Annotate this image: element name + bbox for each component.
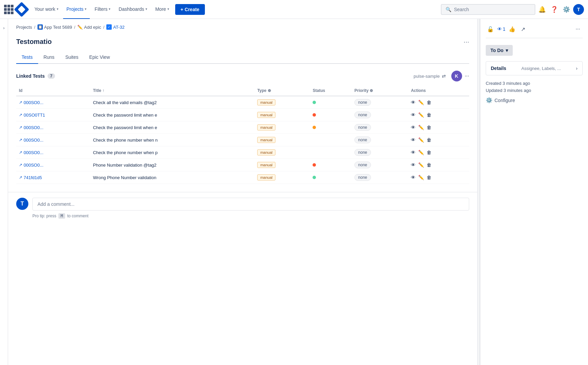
lock-icon-button[interactable]: 🔓 — [486, 24, 495, 34]
linked-tests-title: Linked Tests — [16, 73, 45, 79]
section-more-button[interactable]: ··· — [463, 38, 469, 46]
cell-id-6: ↗ 741fd1d5 — [16, 171, 90, 184]
tab-epic-view[interactable]: Epic View — [84, 51, 115, 64]
cell-priority-6: none — [352, 171, 408, 184]
delete-icon-2[interactable]: 🗑 — [427, 125, 431, 130]
watchers-button[interactable]: 👁 1 — [497, 24, 506, 34]
projects-chevron: ▾ — [85, 7, 86, 11]
cell-title-0: Check all the valid emails @tag2 — [90, 96, 255, 109]
view-icon-6[interactable]: 👁 — [411, 175, 416, 180]
tab-tests[interactable]: Tests — [16, 51, 38, 64]
cell-priority-5: none — [352, 159, 408, 171]
breadcrumb-projects-link[interactable]: Projects — [16, 25, 32, 30]
view-icon-4[interactable]: 👁 — [411, 150, 416, 155]
projects-nav[interactable]: Projects ▾ — [63, 0, 90, 19]
configure-button[interactable]: ⚙️ Configure — [486, 97, 583, 103]
main-content: Projects / 📋 App Test 5689 / ✏️ Add epic… — [8, 19, 477, 365]
create-button[interactable]: + Create — [175, 4, 205, 15]
comment-input[interactable]: Add a comment... — [32, 198, 469, 211]
linked-tests-more-button[interactable]: ··· — [465, 73, 469, 79]
search-box[interactable]: 🔍 Search — [441, 4, 535, 15]
breadcrumb-sep-1: / — [34, 25, 35, 30]
edit-icon-1[interactable]: ✏️ — [418, 112, 424, 118]
breadcrumb-ticket[interactable]: ✓ AT-32 — [106, 24, 125, 30]
cell-priority-2: none — [352, 121, 408, 134]
type-badge-4: manual — [257, 149, 275, 155]
delete-icon-3[interactable]: 🗑 — [427, 137, 431, 143]
section-title: Testomatio — [16, 38, 52, 46]
table-row: ↗ 000SO0... Check the phone number when … — [16, 146, 469, 159]
refresh-icon[interactable]: ⇄ — [442, 73, 446, 79]
details-header[interactable]: Details Assignee, Labels, ... › — [486, 61, 583, 75]
cell-type-0: manual — [255, 96, 310, 109]
breadcrumb-add-epic[interactable]: ✏️ Add epic — [77, 25, 101, 30]
test-id-link-2[interactable]: ↗ 000SO0... — [19, 125, 87, 130]
view-icon-2[interactable]: 👁 — [411, 125, 416, 130]
test-id-link-1[interactable]: ↗ 00SO0TT1 — [19, 113, 87, 118]
edit-icon-3[interactable]: ✏️ — [418, 137, 424, 143]
more-options-button[interactable]: ··· — [573, 24, 583, 34]
filters-nav[interactable]: Filters ▾ — [91, 0, 114, 19]
help-button[interactable]: ❓ — [549, 4, 560, 15]
delete-icon-6[interactable]: 🗑 — [427, 175, 431, 180]
test-id-link-4[interactable]: ↗ 000SO0... — [19, 150, 87, 155]
col-id: Id — [16, 86, 90, 96]
test-id-link-3[interactable]: ↗ 000SO0... — [19, 138, 87, 143]
your-work-nav[interactable]: Your work ▾ — [31, 0, 62, 19]
view-icon-3[interactable]: 👁 — [411, 137, 416, 143]
test-id-link-5[interactable]: ↗ 000SO0... — [19, 163, 87, 168]
jira-logo[interactable] — [16, 4, 27, 15]
breadcrumb-project-link[interactable]: App Test 5689 — [44, 25, 72, 30]
edit-icon-5[interactable]: ✏️ — [418, 162, 424, 168]
filters-chevron: ▾ — [109, 7, 110, 11]
sidebar-toggle[interactable]: › — [0, 19, 8, 365]
grid-menu-icon[interactable] — [4, 5, 14, 14]
edit-icon-4[interactable]: ✏️ — [418, 150, 424, 155]
details-sublabel: Assignee, Labels, ... — [522, 66, 561, 71]
edit-icon-0[interactable]: ✏️ — [418, 100, 424, 105]
test-id-link-6[interactable]: ↗ 741fd1d5 — [19, 175, 87, 180]
status-dot-2 — [313, 126, 316, 129]
action-icons-4: 👁 ✏️ 🗑 — [411, 150, 466, 155]
page-layout: › Projects / 📋 App Test 5689 / ✏️ Add ep… — [0, 19, 588, 365]
col-title: Title ↑ — [90, 86, 255, 96]
priority-badge-3: none — [354, 137, 371, 143]
ext-link-icon-3: ↗ — [19, 138, 22, 142]
thumbsup-button[interactable]: 👍 — [507, 24, 517, 34]
user-avatar[interactable]: T — [573, 4, 584, 15]
settings-button[interactable]: ⚙️ — [561, 4, 572, 15]
status-dot-0 — [313, 101, 316, 104]
delete-icon-1[interactable]: 🗑 — [427, 112, 431, 118]
priority-badge-4: none — [354, 149, 371, 156]
tab-suites[interactable]: Suites — [60, 51, 84, 64]
ext-link-icon-2: ↗ — [19, 125, 22, 130]
cell-actions-4: 👁 ✏️ 🗑 — [408, 146, 469, 159]
test-id-link-0[interactable]: ↗ 000SO0... — [19, 100, 87, 105]
tab-runs[interactable]: Runs — [38, 51, 60, 64]
ext-link-icon-5: ↗ — [19, 163, 22, 167]
status-label: To Do — [490, 48, 504, 53]
notifications-button[interactable]: 🔔 — [537, 4, 547, 15]
view-icon-0[interactable]: 👁 — [411, 100, 416, 105]
cell-title-3: Check the phone number when n — [90, 134, 255, 146]
view-icon-1[interactable]: 👁 — [411, 112, 416, 118]
section-header: Testomatio ··· — [16, 38, 469, 46]
status-dropdown[interactable]: To Do ▾ — [486, 45, 513, 56]
dashboards-nav[interactable]: Dashboards ▾ — [115, 0, 151, 19]
cell-type-2: manual — [255, 121, 310, 134]
cell-id-3: ↗ 000SO0... — [16, 134, 90, 146]
bell-icon: 🔔 — [538, 6, 546, 13]
edit-icon-6[interactable]: ✏️ — [418, 175, 424, 180]
delete-icon-0[interactable]: 🗑 — [427, 100, 431, 105]
help-icon: ❓ — [551, 6, 558, 13]
cell-status-0 — [310, 96, 352, 109]
table-row: ↗ 000SO0... Check the phone number when … — [16, 134, 469, 146]
more-nav[interactable]: More ▾ — [152, 0, 172, 19]
delete-icon-4[interactable]: 🗑 — [427, 150, 431, 155]
share-button[interactable]: ↗ — [518, 24, 528, 34]
delete-icon-5[interactable]: 🗑 — [427, 162, 431, 168]
view-icon-5[interactable]: 👁 — [411, 162, 416, 168]
edit-icon-2[interactable]: ✏️ — [418, 125, 424, 130]
ticket-checkbox-icon: ✓ — [106, 24, 112, 30]
assignee-avatar[interactable]: K — [451, 71, 462, 81]
